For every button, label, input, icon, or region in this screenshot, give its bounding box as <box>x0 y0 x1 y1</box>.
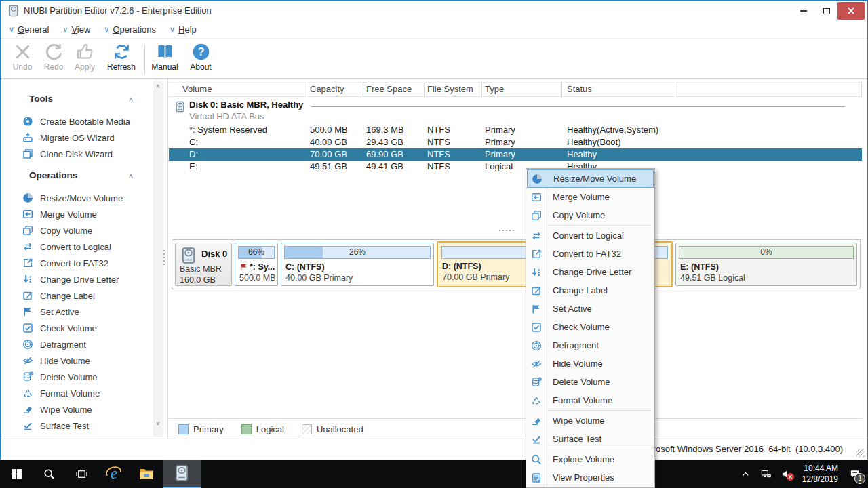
menu-view[interactable]: ∨View <box>62 24 90 35</box>
column-type[interactable]: Type <box>482 83 562 96</box>
tools-group-header[interactable]: Tools <box>29 94 53 104</box>
sidebar-item-hide-volume[interactable]: Hide Volume <box>1 352 151 369</box>
context-item-change-drive-letter[interactable]: Change Drive Letter <box>526 263 654 281</box>
sidebar-item-clone-disk-wizard[interactable]: Clone Disk Wizard <box>1 146 151 162</box>
column-capacity[interactable]: Capacity <box>307 83 363 96</box>
context-item-change-label[interactable]: Change Label <box>526 281 654 300</box>
action-center-button[interactable]: 1 <box>841 460 868 488</box>
column-file-system[interactable]: File System <box>425 83 482 96</box>
context-item-convert-to-fat32[interactable]: Convert to FAT32 <box>526 245 654 263</box>
table-row-system-reserved[interactable]: *: System Reserved 500.0 MB 169.3 MB NTF… <box>169 124 862 136</box>
recycle-triangle-icon <box>526 395 547 406</box>
column-status[interactable]: Status <box>562 83 675 96</box>
network-tray-button[interactable] <box>755 460 776 488</box>
sidebar-item-set-active[interactable]: Set Active <box>1 304 151 320</box>
context-item-explore-volume[interactable]: Explore Volume <box>526 450 654 468</box>
partition-block-e[interactable]: 0% E: (NTFS) 49.51 GB Logical <box>675 243 857 286</box>
sidebar-item-copy-volume[interactable]: Copy Volume <box>1 222 151 239</box>
vertical-splitter-handle[interactable] <box>163 250 165 265</box>
disk-group-row[interactable]: Disk 0: Basic MBR, Healthy Virtual HD AT… <box>169 98 862 124</box>
table-row-d-selected[interactable]: D: 70.00 GB 69.90 GB NTFS Primary Health… <box>169 148 862 161</box>
tray-chevron-button[interactable] <box>735 460 755 488</box>
taskbar-search-button[interactable] <box>33 460 65 488</box>
undo-button[interactable]: Undo <box>6 43 39 75</box>
sidebar-item-convert-to-fat32[interactable]: Convert to FAT32 <box>1 255 151 271</box>
file-explorer-button[interactable] <box>130 460 163 488</box>
sidebar-scrollbar[interactable]: ∧ ∨ <box>153 80 163 437</box>
menu-general[interactable]: ∨General <box>9 24 49 35</box>
context-item-merge-volume[interactable]: Merge Volume <box>526 188 654 206</box>
sidebar-item-change-label[interactable]: Change Label <box>1 287 151 304</box>
sidebar-item-format-volume[interactable]: Format Volume <box>1 385 151 401</box>
context-item-convert-to-logical[interactable]: Convert to Logical <box>526 226 654 245</box>
scroll-down-icon[interactable]: ∨ <box>153 418 163 428</box>
scroll-up-icon[interactable]: ∧ <box>153 81 163 91</box>
check-underline-icon <box>526 434 547 445</box>
menu-operations[interactable]: ∨Operations <box>104 24 156 35</box>
sidebar-item-convert-to-logical[interactable]: Convert to Logical <box>1 239 151 255</box>
partition-block-c[interactable]: 26% C: (NTFS) 40.00 GB Primary <box>281 243 434 286</box>
internet-explorer-button[interactable] <box>98 460 130 488</box>
sidebar-item-change-drive-letter[interactable]: Change Drive Letter <box>1 271 151 287</box>
refresh-button[interactable]: Refresh <box>103 43 140 75</box>
sidebar-item-delete-volume[interactable]: Delete Volume <box>1 369 151 385</box>
about-button[interactable]: About <box>184 43 217 75</box>
legend-logical-label: Logical <box>256 424 284 434</box>
volume-tray-button[interactable] <box>776 460 796 488</box>
usage-bar: 0% <box>679 246 854 259</box>
resize-grip-icon[interactable] <box>856 449 865 458</box>
sidebar-item-wipe-volume[interactable]: Wipe Volume <box>1 401 151 418</box>
sidebar-item-migrate-os-wizard[interactable]: Migrate OS Wizard <box>1 129 151 146</box>
sidebar-item-check-volume[interactable]: Check Volume <box>1 320 151 336</box>
sidebar-item-surface-test[interactable]: Surface Test <box>1 418 151 434</box>
column-free-space[interactable]: Free Space <box>363 83 425 96</box>
context-item-surface-test[interactable]: Surface Test <box>526 430 654 448</box>
down-arrow-dots-icon <box>22 274 33 285</box>
start-button[interactable] <box>0 460 33 488</box>
menu-operations-label: Operations <box>113 24 156 35</box>
context-item-hide-volume[interactable]: Hide Volume <box>526 354 654 373</box>
menu-help[interactable]: ∨Help <box>170 24 197 35</box>
disk0-info-block[interactable]: Disk 0 Basic MBR 160.0 GB <box>175 243 232 286</box>
context-item-format-volume[interactable]: Format Volume <box>526 391 654 409</box>
apply-button[interactable]: Apply <box>68 43 101 75</box>
sidebar-item-create-bootable-media[interactable]: Create Bootable Media <box>1 113 151 129</box>
app-window: NIUBI Partition Editor v7.2.6 - Enterpri… <box>0 0 868 460</box>
partition-block-system-reserved[interactable]: 66% *: Sy... 500.0 MB <box>235 243 278 286</box>
table-row-e[interactable]: E: 49.51 GB 49.41 GB NTFS Logical Health… <box>169 161 862 173</box>
context-item-view-properties[interactable]: View Properties <box>526 468 654 487</box>
taskbar-clock[interactable]: 10:44 AM 12/8/2019 <box>796 463 841 485</box>
context-item-set-active[interactable]: Set Active <box>526 300 654 318</box>
manual-button[interactable]: Manual <box>149 43 181 75</box>
legend-separator <box>169 418 862 419</box>
copy-icon <box>22 225 33 236</box>
minimize-icon <box>800 10 807 12</box>
sidebar-item-merge-volume[interactable]: Merge Volume <box>1 206 151 222</box>
operations-group-header[interactable]: Operations <box>29 170 77 180</box>
context-item-delete-volume[interactable]: Delete Volume <box>526 373 654 391</box>
disk-name: Disk 0 <box>201 249 227 259</box>
close-button[interactable] <box>837 2 865 20</box>
volume-table-rows: *: System Reserved 500.0 MB 169.3 MB NTF… <box>169 124 862 173</box>
eraser-icon <box>526 415 547 426</box>
context-item-check-volume[interactable]: Check Volume <box>526 318 654 336</box>
table-row-c[interactable]: C: 40.00 GB 29.43 GB NTFS Primary Health… <box>169 136 862 148</box>
magnifier-icon <box>526 454 547 465</box>
sidebar-item-defragment[interactable]: Defragment <box>1 336 151 352</box>
chevron-up-icon[interactable]: ∧ <box>128 95 134 104</box>
context-item-copy-volume[interactable]: Copy Volume <box>526 206 654 224</box>
sidebar-item-resize-move-volume[interactable]: Resize/Move Volume <box>1 190 151 206</box>
horizontal-splitter-handle[interactable] <box>499 230 514 231</box>
maximize-button[interactable] <box>816 2 837 20</box>
concentric-circles-icon <box>526 340 547 351</box>
niubi-taskbar-button[interactable] <box>163 460 201 488</box>
column-volume[interactable]: Volume <box>169 83 307 96</box>
context-item-wipe-volume[interactable]: Wipe Volume <box>526 411 654 430</box>
task-view-button[interactable] <box>65 460 98 488</box>
redo-button[interactable]: Redo <box>37 43 70 75</box>
chevron-up-icon[interactable]: ∧ <box>128 171 134 180</box>
minimize-button[interactable] <box>793 2 814 20</box>
context-item-defragment[interactable]: Defragment <box>526 336 654 354</box>
screen: NIUBI Partition Editor v7.2.6 - Enterpri… <box>0 0 868 488</box>
context-item-resize-move-volume[interactable]: Resize/Move Volume <box>527 169 654 188</box>
